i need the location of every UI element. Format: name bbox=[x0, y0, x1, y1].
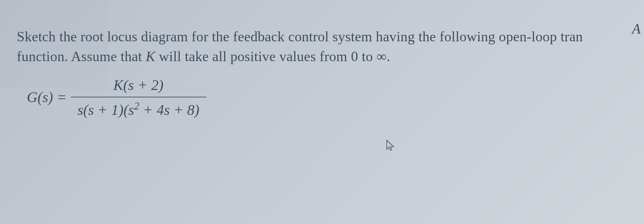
transfer-function-equation: G(s) = K(s + 2) s(s + 1)(s2 + 4s + 8) bbox=[27, 77, 627, 119]
top-right-letter: A bbox=[632, 21, 641, 37]
problem-variable-K: K bbox=[146, 49, 155, 64]
mouse-cursor-icon bbox=[386, 139, 395, 152]
denominator-part2: + 4s + 8) bbox=[139, 101, 199, 118]
equation-numerator: K(s + 2) bbox=[107, 77, 170, 95]
equation-denominator: s(s + 1)(s2 + 4s + 8) bbox=[71, 99, 206, 119]
problem-line2-part1: function. Assume that bbox=[17, 49, 146, 64]
denominator-exponent: 2 bbox=[134, 100, 139, 112]
problem-content: Sketch the root locus diagram for the fe… bbox=[0, 0, 644, 135]
problem-line1: Sketch the root locus diagram for the fe… bbox=[17, 29, 583, 44]
problem-statement: Sketch the root locus diagram for the fe… bbox=[17, 27, 627, 66]
fraction-line bbox=[71, 97, 206, 97]
problem-line2-part2: will take all positive values from 0 to … bbox=[155, 49, 390, 64]
denominator-part1: s(s + 1)(s bbox=[77, 101, 134, 118]
equation-lhs: G(s) = bbox=[27, 89, 67, 106]
equation-fraction: K(s + 2) s(s + 1)(s2 + 4s + 8) bbox=[71, 77, 206, 119]
